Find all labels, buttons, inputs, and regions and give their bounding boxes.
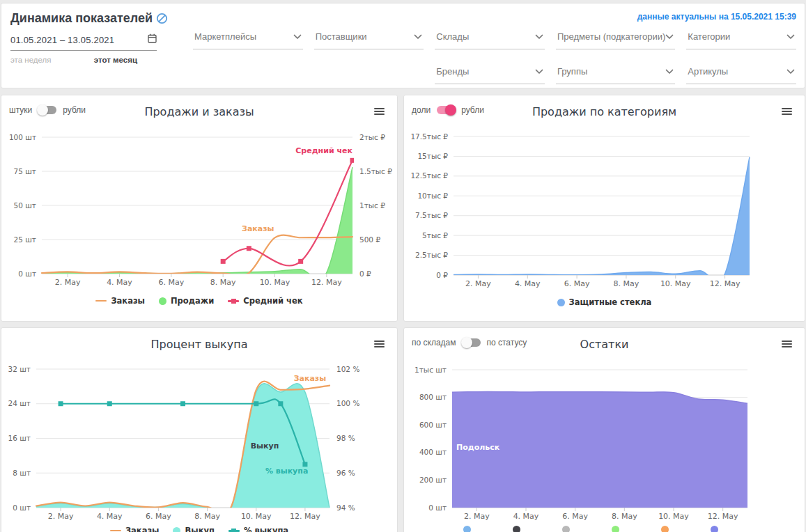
legend-swatch bbox=[463, 526, 471, 532]
svg-text:6. May: 6. May bbox=[158, 278, 184, 287]
chevron-down-icon[interactable] bbox=[293, 30, 302, 42]
toggle-switch[interactable] bbox=[463, 338, 481, 347]
legend-item[interactable]: % выкупа bbox=[228, 526, 288, 532]
svg-text:98 %: 98 % bbox=[336, 434, 355, 442]
svg-text:12. May: 12. May bbox=[311, 278, 342, 287]
legend-item[interactable]: Защитные стекла bbox=[557, 297, 652, 307]
preset-this-week[interactable]: эта неделя bbox=[10, 56, 52, 64]
date-range-input[interactable]: 01.05.2021 – 13.05.2021 bbox=[10, 33, 157, 51]
toggle-label-right[interactable]: рубли bbox=[63, 105, 86, 115]
legend-label: Средний чек bbox=[243, 296, 302, 306]
legend-swatch bbox=[228, 527, 240, 532]
chevron-down-icon[interactable] bbox=[786, 30, 795, 42]
svg-text:50 шт: 50 шт bbox=[14, 201, 36, 210]
toggle-label-right[interactable]: рубли bbox=[461, 105, 484, 115]
svg-text:% выкупа: % выкупа bbox=[265, 467, 308, 476]
toggle-label-left[interactable]: доли bbox=[412, 105, 431, 115]
svg-text:200 шт: 200 шт bbox=[419, 476, 447, 484]
svg-text:10. May: 10. May bbox=[260, 278, 290, 287]
legend-item[interactable] bbox=[612, 526, 647, 532]
svg-text:102 %: 102 % bbox=[336, 365, 359, 373]
svg-text:2. May: 2. May bbox=[464, 512, 490, 521]
svg-text:6. May: 6. May bbox=[564, 279, 590, 288]
legend-label: Продажи bbox=[171, 296, 214, 306]
legend-label: Заказы bbox=[125, 526, 160, 532]
toggle-switch[interactable] bbox=[38, 106, 56, 114]
svg-text:0 шт: 0 шт bbox=[18, 269, 36, 278]
svg-text:4. May: 4. May bbox=[513, 512, 539, 521]
svg-text:1тыс ₽: 1тыс ₽ bbox=[359, 201, 385, 210]
svg-text:10. May: 10. May bbox=[660, 279, 691, 288]
svg-text:Выкуп: Выкуп bbox=[251, 441, 279, 451]
legend-swatch bbox=[612, 526, 619, 532]
chart-card-sales-orders: штуки рубли Продажи и заказы 0 шт0 ₽25 ш… bbox=[1, 95, 398, 322]
legend-swatch bbox=[513, 526, 520, 532]
hide-slash-icon[interactable] bbox=[156, 13, 168, 27]
legend-item[interactable] bbox=[463, 526, 499, 532]
toggle-switch[interactable] bbox=[437, 106, 455, 114]
filter-groups[interactable]: Группы bbox=[556, 63, 675, 84]
chart-canvas: 0 шт200 шт400 шт600 шт800 шт1тыс шт2. Ma… bbox=[404, 328, 805, 532]
chevron-down-icon[interactable] bbox=[535, 65, 543, 77]
svg-text:17.5тыс ₽: 17.5тыс ₽ bbox=[410, 132, 448, 141]
chevron-down-icon[interactable] bbox=[414, 30, 422, 42]
svg-text:10тыс ₽: 10тыс ₽ bbox=[417, 191, 448, 200]
page-title: Динамика показателей bbox=[10, 11, 153, 26]
legend-label: % выкупа bbox=[244, 526, 288, 532]
legend-item[interactable]: Средний чек bbox=[228, 296, 302, 306]
legend-label: Защитные стекла bbox=[569, 297, 652, 307]
svg-text:12. May: 12. May bbox=[710, 279, 741, 288]
filter-brands[interactable]: Бренды bbox=[435, 63, 545, 84]
svg-text:2. May: 2. May bbox=[465, 279, 491, 288]
toggle-label-right[interactable]: по статусу bbox=[487, 338, 527, 347]
svg-text:32 шт: 32 шт bbox=[8, 365, 31, 373]
calendar-icon[interactable] bbox=[148, 33, 157, 46]
filter-subjects[interactable]: Предметы (подкатегории) bbox=[556, 29, 675, 49]
filter-suppliers[interactable]: Поставщики bbox=[314, 29, 424, 49]
svg-text:7.5тыс ₽: 7.5тыс ₽ bbox=[415, 211, 448, 219]
share-currency-toggle: доли рубли bbox=[412, 105, 484, 115]
svg-text:2тыс ₽: 2тыс ₽ bbox=[359, 133, 385, 141]
chevron-down-icon[interactable] bbox=[786, 65, 795, 77]
legend-item[interactable]: Заказы bbox=[95, 296, 145, 306]
legend-swatch bbox=[159, 297, 166, 305]
filter-categories[interactable]: Категории bbox=[686, 29, 796, 49]
chevron-down-icon[interactable] bbox=[665, 30, 674, 42]
filter-marketplaces[interactable]: Маркетплейсы bbox=[193, 29, 303, 49]
svg-text:16 шт: 16 шт bbox=[8, 434, 31, 442]
svg-text:600 шт: 600 шт bbox=[419, 421, 447, 429]
svg-text:0 ₽: 0 ₽ bbox=[436, 271, 448, 279]
svg-text:2. May: 2. May bbox=[55, 278, 81, 287]
svg-text:0 шт: 0 шт bbox=[13, 503, 31, 512]
filter-articles[interactable]: Артикулы bbox=[686, 63, 796, 84]
chart-canvas: 0 шт0 ₽25 шт500 ₽50 шт1тыс ₽75 шт1.5тыс … bbox=[1, 95, 397, 321]
chevron-down-icon[interactable] bbox=[665, 65, 674, 77]
legend-item[interactable] bbox=[661, 526, 697, 532]
toggle-label-left[interactable]: по складам bbox=[412, 338, 456, 347]
chart-legend: ЗаказыВыкуп% выкупа bbox=[1, 526, 397, 532]
svg-text:6. May: 6. May bbox=[146, 512, 171, 521]
legend-item[interactable] bbox=[513, 526, 548, 532]
svg-text:8 шт: 8 шт bbox=[13, 469, 31, 477]
svg-text:400 шт: 400 шт bbox=[419, 448, 447, 456]
data-freshness-label: данные актуальны на 15.05.2021 15:39 bbox=[637, 12, 796, 22]
legend-item[interactable]: Выкуп bbox=[173, 526, 214, 532]
legend-item[interactable]: Заказы bbox=[110, 526, 160, 532]
chart-card-stocks: по складам по статусу Остатки 0 шт200 шт… bbox=[403, 327, 805, 532]
legend-item[interactable] bbox=[711, 526, 746, 532]
chart-legend bbox=[404, 526, 805, 532]
legend-item[interactable]: Продажи bbox=[159, 296, 214, 306]
svg-text:10. May: 10. May bbox=[241, 512, 272, 521]
legend-swatch bbox=[228, 297, 239, 305]
chart-card-sales-by-category: доли рубли Продажи по категориям 0 ₽2.5т… bbox=[403, 95, 805, 322]
svg-text:12. May: 12. May bbox=[290, 512, 320, 521]
filter-warehouses[interactable]: Склады bbox=[435, 29, 545, 49]
svg-text:100 %: 100 % bbox=[336, 399, 359, 407]
toggle-label-left[interactable]: штуки bbox=[9, 105, 32, 115]
date-range-value: 01.05.2021 – 13.05.2021 bbox=[10, 35, 114, 45]
svg-text:6. May: 6. May bbox=[562, 512, 588, 521]
chart-canvas: 0 ₽2.5тыс ₽5тыс ₽7.5тыс ₽10тыс ₽12.5тыс … bbox=[404, 95, 805, 321]
legend-item[interactable] bbox=[562, 526, 598, 532]
preset-this-month[interactable]: этот месяц bbox=[94, 56, 137, 64]
chevron-down-icon[interactable] bbox=[535, 30, 543, 42]
